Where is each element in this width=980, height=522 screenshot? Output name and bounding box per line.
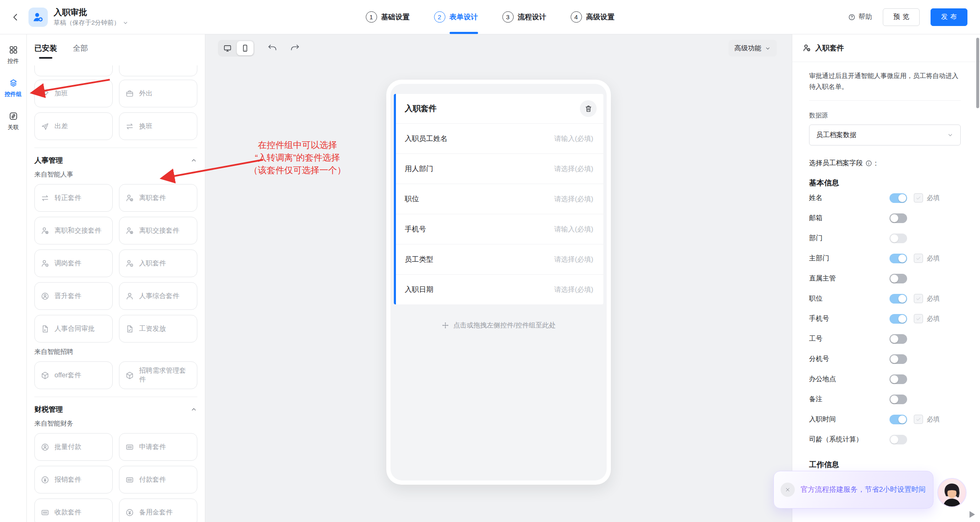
assistant-avatar[interactable] — [937, 478, 967, 507]
field-toggle-off[interactable] — [889, 395, 907, 404]
wizard-step-1[interactable]: 1基础设置 — [366, 0, 410, 34]
component-调岗套件[interactable]: 调岗套件 — [34, 249, 113, 277]
component-clipped[interactable] — [119, 65, 197, 76]
required-slot: 必填 — [914, 193, 961, 203]
section-header[interactable]: 财税管理 — [34, 405, 197, 414]
delete-suite-button[interactable] — [580, 100, 597, 117]
component-label: 报销套件 — [54, 475, 81, 484]
component-label: 加班 — [54, 89, 68, 98]
rail-item-grid[interactable]: 控件 — [8, 45, 19, 65]
required-checkbox[interactable] — [914, 294, 923, 303]
field-toggle-off[interactable] — [889, 213, 907, 223]
field-label: 职位 — [405, 194, 419, 204]
toast-message: 官方流程搭建服务，节省2小时设置时间 — [801, 484, 926, 495]
field-toggle-off[interactable] — [889, 274, 907, 283]
help-link[interactable]: 帮助 — [848, 13, 872, 21]
form-field-row[interactable]: 员工类型请选择(必填) — [394, 244, 603, 274]
form-field-row[interactable]: 入职日期请选择(必填) — [394, 274, 603, 304]
field-toggle-on[interactable] — [889, 415, 907, 424]
field-toggle-on[interactable] — [889, 294, 907, 304]
component-offer套件[interactable]: offer套件 — [34, 361, 113, 389]
form-field-row[interactable]: 用人部门请选择(必填) — [394, 153, 603, 184]
toast-close-button[interactable] — [781, 483, 795, 497]
canvas-dropzone[interactable]: 点击或拖拽左侧控件/控件组至此处 — [394, 314, 603, 337]
component-离职套件[interactable]: 离职套件 — [119, 184, 197, 212]
toggle-row-label: 入职时间 — [809, 415, 889, 424]
undo-button[interactable] — [267, 43, 278, 54]
component-付款套件[interactable]: 付款套件 — [119, 466, 197, 493]
field-toggle-on[interactable] — [889, 314, 907, 324]
tab-installed[interactable]: 已安装 — [34, 34, 57, 62]
rail-item-link[interactable]: 关联 — [8, 112, 19, 131]
field-toggle-disabled[interactable] — [889, 435, 907, 444]
component-收款套件[interactable]: 收款套件 — [34, 499, 113, 522]
box-icon — [125, 371, 134, 380]
component-出差[interactable]: 出差 — [34, 112, 113, 140]
component-晋升套件[interactable]: 晋升套件 — [34, 282, 113, 310]
field-toggle-off[interactable] — [889, 354, 907, 364]
component-label: offer套件 — [54, 371, 81, 380]
toggle-row-label: 手机号 — [809, 314, 889, 323]
divider — [34, 148, 197, 148]
inspector-title: 入职套件 — [815, 43, 844, 53]
pin-icon — [41, 89, 49, 98]
field-toggle-on[interactable] — [889, 193, 907, 203]
wizard-step-3[interactable]: 3流程设计 — [502, 0, 546, 34]
form-field-row[interactable]: 手机号请输入(必填) — [394, 214, 603, 244]
field-toggle-row: 部门 — [809, 228, 961, 248]
component-申请套件[interactable]: 申请套件 — [119, 433, 197, 461]
field-toggle-off[interactable] — [889, 374, 907, 384]
component-入职套件[interactable]: 入职套件 — [119, 249, 197, 277]
component-批量付款[interactable]: 批量付款 — [34, 433, 113, 461]
draft-status[interactable]: 草稿（保存于2分钟前） — [54, 19, 129, 27]
preview-button[interactable]: 预览 — [883, 8, 920, 26]
redo-icon — [290, 43, 300, 53]
component-人事合同审批[interactable]: 人事合同审批 — [34, 315, 113, 343]
component-备用金套件[interactable]: 备用金套件 — [119, 499, 197, 522]
component-报销套件[interactable]: 报销套件 — [34, 466, 113, 493]
component-换班[interactable]: 换班 — [119, 112, 197, 140]
rail-item-layers[interactable]: 控件组 — [5, 78, 22, 98]
component-外出[interactable]: 外出 — [119, 80, 197, 107]
inspector-scrollbar[interactable] — [976, 38, 979, 108]
form-field-row[interactable]: 职位请选择(必填) — [394, 184, 603, 214]
wizard-step-2[interactable]: 2表单设计 — [434, 0, 478, 34]
component-label: 外出 — [139, 89, 153, 98]
collapse-arrow-icon[interactable] — [970, 511, 975, 518]
person-circle-icon — [41, 292, 49, 301]
required-checkbox[interactable] — [914, 254, 923, 263]
required-checkbox[interactable] — [914, 415, 923, 424]
section-header[interactable]: 人事管理 — [34, 156, 197, 165]
form-field-row[interactable]: 入职员工姓名请输入(必填) — [394, 123, 603, 153]
mobile-view-button[interactable] — [237, 41, 253, 55]
wizard-step-4[interactable]: 4高级设置 — [571, 0, 615, 34]
none-icon — [41, 65, 49, 67]
advanced-features-dropdown[interactable]: 高级功能 — [729, 40, 777, 57]
datasource-select[interactable]: 员工档案数据 — [809, 125, 961, 145]
toggle-row-label: 姓名 — [809, 194, 889, 203]
redo-button[interactable] — [290, 43, 301, 54]
required-checkbox[interactable] — [914, 314, 923, 323]
back-button[interactable] — [8, 10, 23, 24]
component-label: 离职和交接套件 — [54, 226, 101, 235]
field-toggle-off[interactable] — [889, 334, 907, 344]
required-checkbox[interactable] — [914, 193, 923, 203]
required-slot: 必填 — [914, 294, 961, 303]
person-dot-icon — [802, 44, 811, 52]
component-招聘需求管理套件[interactable]: 招聘需求管理套件 — [119, 361, 197, 389]
component-转正套件[interactable]: 转正套件 — [34, 184, 113, 212]
component-工资发放[interactable]: 工资发放 — [119, 315, 197, 343]
component-加班[interactable]: 加班 — [34, 80, 113, 107]
desktop-view-button[interactable] — [219, 41, 236, 55]
publish-button[interactable]: 发布 — [931, 8, 967, 26]
field-placeholder: 请选择(必填) — [554, 255, 594, 264]
component-离职和交接套件[interactable]: 离职和交接套件 — [34, 217, 113, 244]
tab-all[interactable]: 全部 — [73, 34, 88, 62]
field-toggle-on[interactable] — [889, 254, 907, 263]
form-suite-card[interactable]: 入职套件 入职员工姓名请输入(必填)用人部门请选择(必填)职位请选择(必填)手机… — [394, 94, 603, 304]
toggle-row-label: 工号 — [809, 335, 889, 343]
component-离职交接套件[interactable]: 离职交接套件 — [119, 217, 197, 244]
component-clipped[interactable] — [34, 65, 113, 76]
component-人事综合套件[interactable]: 人事综合套件 — [119, 282, 197, 310]
field-toggle-disabled[interactable] — [889, 234, 907, 243]
